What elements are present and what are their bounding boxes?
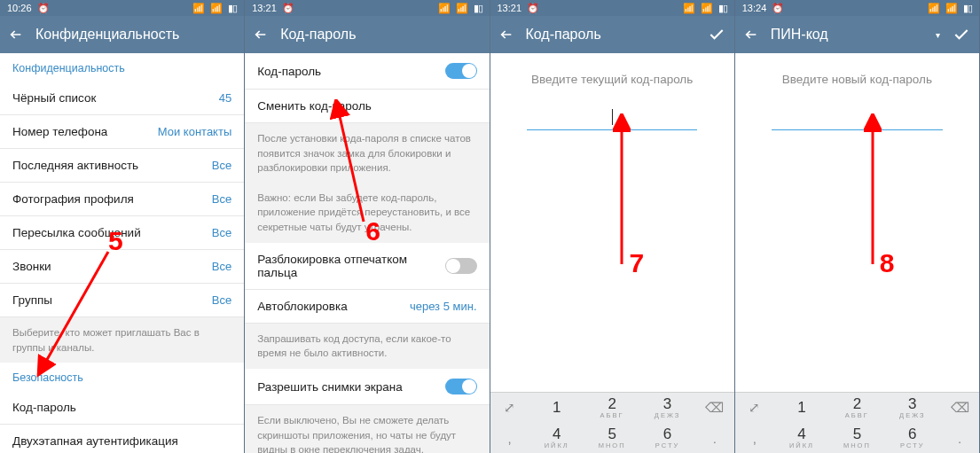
row-forwarding[interactable]: Пересылка сообщенийВсе: [0, 216, 244, 250]
key-dot[interactable]: .: [958, 431, 961, 446]
battery-icon: ▮▯: [474, 3, 482, 14]
hint-passcode: После установки кода-пароля в списке чат…: [245, 123, 489, 243]
row-last-seen[interactable]: Последняя активностьВсе: [0, 149, 244, 183]
row-change-passcode[interactable]: Сменить код-пароль: [245, 90, 489, 123]
hint-screenshots: Если выключено, Вы не сможете делать скр…: [245, 405, 489, 453]
switch-fingerprint[interactable]: [445, 258, 477, 274]
header: ПИН-код ▾: [735, 16, 979, 53]
settings-list: Конфиденциальность Чёрный список45 Номер…: [0, 53, 244, 453]
text-cursor: [612, 109, 613, 125]
entry-prompt: Введите текущий код-пароль: [531, 73, 693, 86]
battery-icon: ▮▯: [228, 3, 237, 14]
battery-icon: ▮▯: [718, 3, 727, 14]
key-3[interactable]: 3ДЕЖЗ: [899, 396, 925, 418]
passcode-entry: Введите текущий код-пароль: [490, 53, 734, 392]
hint-autolock: Запрашивать код доступа, если какое-то в…: [245, 324, 489, 369]
panel-passcode-settings: 13:21 ⏰ 📶 📶 ▮▯ Код-пароль Код-пароль Сме…: [245, 0, 490, 453]
expand-icon[interactable]: ⤢: [749, 400, 760, 416]
panel-privacy: 10:26 ⏰ 📶 📶 ▮▯ Конфиденциальность Конфид…: [0, 0, 245, 453]
key-comma[interactable]: ,: [507, 431, 511, 446]
battery-icon: ▮▯: [963, 3, 972, 14]
key-2[interactable]: 2АБВГ: [600, 396, 624, 418]
status-bar: 13:24 ⏰ 📶 📶 ▮▯: [735, 0, 979, 16]
header-title: Код-пароль: [526, 27, 695, 43]
panel-enter-new: 13:24 ⏰ 📶 📶 ▮▯ ПИН-код ▾ Введите новый к…: [735, 0, 980, 453]
key-1[interactable]: 1: [797, 400, 805, 416]
numeric-keypad: ⤢ 1 2АБВГ 3ДЕЖЗ ⌫ , 4ИЙКЛ 5МНОП 6РСТУ .: [490, 392, 734, 453]
passcode-field[interactable]: [772, 107, 943, 130]
backspace-icon[interactable]: ⌫: [705, 400, 724, 416]
hint-groups: Выберите, кто может приглашать Вас в гру…: [0, 317, 244, 363]
key-4[interactable]: 4ИЙКЛ: [545, 426, 569, 449]
signal-icon: 📶: [683, 3, 695, 14]
key-1[interactable]: 1: [553, 400, 561, 416]
status-time: 13:24: [742, 3, 767, 13]
key-6[interactable]: 6РСТУ: [900, 426, 924, 449]
status-time: 13:21: [498, 3, 522, 13]
header: Код-пароль: [245, 16, 489, 53]
panel-enter-current: 13:21 ⏰ 📶 📶 ▮▯ Код-пароль Введите текущи…: [490, 0, 735, 453]
status-bar: 13:21 ⏰ 📶 📶 ▮▯: [490, 0, 734, 16]
header-title: Конфиденциальность: [35, 27, 235, 43]
key-5[interactable]: 5МНОП: [599, 426, 626, 449]
row-calls[interactable]: ЗвонкиВсе: [0, 250, 244, 284]
row-autolock[interactable]: Автоблокировкачерез 5 мин.: [245, 290, 489, 324]
switch-screenshots[interactable]: [445, 379, 477, 394]
back-icon[interactable]: [499, 27, 514, 42]
row-passcode-toggle[interactable]: Код-пароль: [245, 53, 489, 90]
settings-list: Код-пароль Сменить код-пароль После уста…: [245, 53, 489, 453]
signal-icon: 📶: [928, 3, 940, 14]
alarm-icon: ⏰: [527, 3, 539, 14]
back-icon[interactable]: [254, 27, 268, 42]
back-icon[interactable]: [9, 27, 23, 42]
key-3[interactable]: 3ДЕЖЗ: [655, 396, 680, 418]
row-profile-photo[interactable]: Фотография профиляВсе: [0, 183, 244, 216]
section-header: Конфиденциальность: [0, 53, 244, 82]
header: Конфиденциальность: [0, 16, 244, 53]
key-2[interactable]: 2АБВГ: [845, 396, 869, 418]
confirm-icon[interactable]: [708, 26, 725, 43]
row-fingerprint[interactable]: Разблокировка отпечатком пальца: [245, 243, 489, 290]
confirm-icon[interactable]: [953, 26, 970, 43]
expand-icon[interactable]: ⤢: [504, 400, 515, 416]
row-blacklist[interactable]: Чёрный список45: [0, 82, 244, 115]
status-bar: 10:26 ⏰ 📶 📶 ▮▯: [0, 0, 244, 16]
header: Код-пароль: [490, 16, 734, 53]
status-time: 13:21: [252, 3, 277, 13]
row-two-step[interactable]: Двухэтапная аутентификация: [0, 425, 244, 453]
row-passcode[interactable]: Код-пароль: [0, 391, 244, 425]
row-screenshots[interactable]: Разрешить снимки экрана: [245, 369, 489, 405]
header-title: ПИН-код: [771, 27, 930, 43]
wifi-icon: 📶: [701, 3, 713, 14]
status-bar: 13:21 ⏰ 📶 📶 ▮▯: [245, 0, 489, 16]
wifi-icon: 📶: [945, 3, 958, 14]
alarm-icon: ⏰: [37, 3, 50, 14]
passcode-field[interactable]: [527, 107, 698, 130]
back-icon[interactable]: [744, 27, 758, 42]
key-comma[interactable]: ,: [753, 431, 757, 446]
alarm-icon: ⏰: [282, 3, 294, 14]
signal-icon: 📶: [192, 3, 205, 14]
passcode-entry: Введите новый код-пароль: [735, 53, 979, 392]
header-title: Код-пароль: [280, 27, 480, 43]
chevron-down-icon[interactable]: ▾: [936, 30, 940, 40]
numeric-keypad: ⤢ 1 2АБВГ 3ДЕЖЗ ⌫ , 4ИЙКЛ 5МНОП 6РСТУ .: [735, 392, 979, 453]
wifi-icon: 📶: [456, 3, 468, 14]
alarm-icon: ⏰: [772, 3, 784, 14]
entry-prompt: Введите новый код-пароль: [782, 73, 932, 86]
row-phone[interactable]: Номер телефонаМои контакты: [0, 115, 244, 149]
key-6[interactable]: 6РСТУ: [655, 426, 679, 449]
section-header: Безопасность: [0, 363, 244, 391]
key-4[interactable]: 4ИЙКЛ: [789, 426, 814, 449]
switch-passcode[interactable]: [445, 63, 477, 79]
key-dot[interactable]: .: [713, 431, 717, 446]
backspace-icon[interactable]: ⌫: [951, 400, 969, 416]
key-5[interactable]: 5МНОП: [843, 426, 871, 449]
signal-icon: 📶: [438, 3, 451, 14]
status-time: 10:26: [7, 3, 32, 13]
row-groups[interactable]: ГруппыВсе: [0, 284, 244, 317]
wifi-icon: 📶: [210, 3, 223, 14]
